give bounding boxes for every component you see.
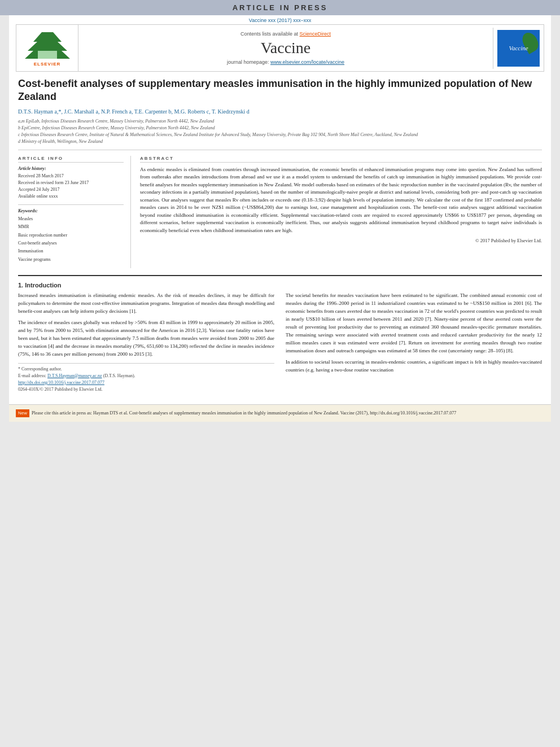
intro-body: Increased measles immunisation is elimin… xyxy=(18,292,542,393)
elsevier-text: ELSEVIER xyxy=(34,62,61,67)
article-info-heading: ARTICLE INFO xyxy=(18,156,124,163)
svg-rect-2 xyxy=(38,51,57,59)
affiliation-d: d Ministry of Health, Wellington, New Ze… xyxy=(18,138,542,145)
article-title: Cost-benefit analyses of supplementary m… xyxy=(18,77,542,104)
info-divider xyxy=(18,204,124,205)
history-label: Article history: xyxy=(18,166,124,171)
email-link[interactable]: D.T.S.Hayman@massey.ac.nz xyxy=(47,373,102,378)
affiliation-a: a,m EpiLab, Infectious Diseases Research… xyxy=(18,118,542,125)
section-divider xyxy=(18,275,542,276)
intro-section-title: 1. Introduction xyxy=(18,282,542,289)
intro-para-1: Increased measles immunisation is elimin… xyxy=(18,292,274,316)
accepted-date: Accepted 24 July 2017 xyxy=(18,186,124,193)
journal-header: ELSEVIER Contents lists available at Sci… xyxy=(16,24,544,72)
issn-text: 0264-410X/© 2017 Published by Elsevier L… xyxy=(18,386,274,393)
article-info-column: ARTICLE INFO Article history: Received 2… xyxy=(18,156,131,268)
science-direct-text: Contents lists available at ScienceDirec… xyxy=(83,31,488,37)
keyword-cost-benefit: Cost-benefit analyses xyxy=(18,239,124,247)
keyword-immunisation: Immunisation xyxy=(18,247,124,255)
citation-bar: New Please cite this article in press as… xyxy=(9,404,551,422)
vaccine-logo-text: Vaccine xyxy=(509,45,528,51)
keywords-label: Keywords: xyxy=(18,208,124,213)
elsevier-logo xyxy=(22,29,73,60)
doi-link[interactable]: http://dx.doi.org/10.1016/j.vaccine.2017… xyxy=(18,379,274,386)
vaccine-logo-block: Vaccine xyxy=(493,28,544,69)
intro-para-2: The incidence of measles cases globally … xyxy=(18,319,274,359)
journal-homepage: journal homepage: www.elsevier.com/locat… xyxy=(83,59,488,65)
keyword-mmr: MMR xyxy=(18,223,124,231)
revised-date: Received in revised form 23 June 2017 xyxy=(18,180,124,186)
elsevier-logo-block: ELSEVIER xyxy=(16,25,78,71)
new-badge: New xyxy=(16,409,29,417)
footnote-section: * Corresponding author. E-mail address: … xyxy=(18,363,274,393)
received-date: Received 28 March 2017 xyxy=(18,173,124,180)
keyword-vaccine-programs: Vaccine programs xyxy=(18,256,124,264)
authors: D.T.S. Hayman a,*, J.C. Marshall a, N.P.… xyxy=(18,108,542,115)
intro-right-para-2: In addition to societal losses occurring… xyxy=(286,359,542,374)
affiliations: a,m EpiLab, Infectious Diseases Research… xyxy=(18,118,542,150)
vaccine-logo: Vaccine xyxy=(497,30,540,67)
keyword-basic-reproduction: Basic reproduction number xyxy=(18,231,124,239)
article-content: Cost-benefit analyses of supplementary m… xyxy=(9,72,551,404)
abstract-heading: ABSTRACT xyxy=(140,156,542,163)
vaccine-journal-title: Vaccine xyxy=(83,39,488,57)
abstract-text: As endemic measles is eliminated from co… xyxy=(140,166,542,235)
intro-right-para-1: The societal benefits for measles vaccin… xyxy=(286,292,542,355)
sciencedirect-link[interactable]: ScienceDirect xyxy=(300,31,331,37)
keywords-section: Keywords: Measles MMR Basic reproduction… xyxy=(18,208,124,264)
keyword-measles: Measles xyxy=(18,215,124,223)
citation-text: Please cite this article in press as: Ha… xyxy=(32,410,456,416)
article-in-press-banner: ARTICLE IN PRESS xyxy=(0,0,560,15)
copyright-line: © 2017 Published by Elsevier Ltd. xyxy=(140,238,542,243)
article-history: Article history: Received 28 March 2017 … xyxy=(18,166,124,200)
journal-info-center: Contents lists available at ScienceDirec… xyxy=(78,27,493,69)
introduction-section: 1. Introduction Increased measles immuni… xyxy=(18,282,542,399)
affiliation-c: c Infectious Diseases Research Centre, I… xyxy=(18,132,542,138)
intro-left-col: Increased measles immunisation is elimin… xyxy=(18,292,274,393)
journal-url: Vaccine xxx (2017) xxx–xxx xyxy=(9,15,551,24)
abstract-column: ABSTRACT As endemic measles is eliminate… xyxy=(140,156,542,268)
available-online: Available online xxxx xyxy=(18,193,124,200)
keywords-list: Measles MMR Basic reproduction number Co… xyxy=(18,215,124,264)
email-line: E-mail address: D.T.S.Hayman@massey.ac.n… xyxy=(18,373,274,379)
article-info-abstract: ARTICLE INFO Article history: Received 2… xyxy=(18,156,542,268)
corresponding-author: * Corresponding author. xyxy=(18,366,274,373)
affiliation-b: b EpiCentre, Infectious Diseases Researc… xyxy=(18,125,542,132)
intro-right-col: The societal benefits for measles vaccin… xyxy=(286,292,542,393)
